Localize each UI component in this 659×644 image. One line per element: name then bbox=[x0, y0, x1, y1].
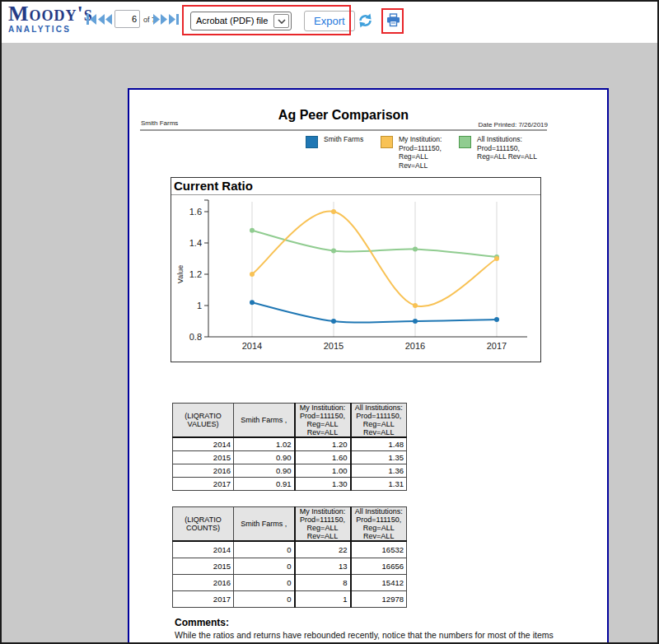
chart-plot-area: 0.811.21.41.6Value2014201520162017 bbox=[171, 195, 540, 360]
header-cell: (LIQRATIO VALUES) bbox=[173, 404, 234, 438]
export-button[interactable]: Export bbox=[304, 11, 355, 31]
select-arrow-box[interactable] bbox=[273, 14, 289, 28]
comments-body: While the ratios and returns have reboun… bbox=[175, 630, 554, 644]
report-viewer-toolbar: Moody's ANALYTICS of 7 Acrobat (PDF bbox=[2, 2, 657, 43]
report-date-printed: Date Printed: 7/26/2019 bbox=[401, 121, 548, 128]
logo-wordmark: Moody's bbox=[8, 4, 93, 24]
table-row: 20150.90 1.601.35 bbox=[173, 450, 407, 464]
table-header-row: (LIQRATIO COUNTS) Smith Farms , My Insti… bbox=[173, 507, 407, 542]
refresh-icon bbox=[358, 13, 373, 28]
legend-item-smith-farms: Smith Farms bbox=[306, 135, 363, 148]
print-icon bbox=[386, 13, 400, 27]
data-point bbox=[331, 249, 336, 254]
table-row: 20150 1316656 bbox=[173, 558, 407, 574]
report-page: Smith Farms Ag Peer Comparison Date Prin… bbox=[128, 88, 609, 644]
legend-swatch-blue bbox=[306, 136, 318, 148]
y-tick-label: 0.8 bbox=[189, 332, 202, 342]
chevron-down-icon bbox=[278, 19, 286, 24]
data-point bbox=[331, 319, 336, 324]
data-point bbox=[413, 247, 418, 252]
first-page-icon bbox=[86, 14, 96, 25]
current-ratio-chart: Current Ratio 0.811.21.41.6Value20142015… bbox=[171, 177, 541, 362]
header-cell: (LIQRATIO COUNTS) bbox=[173, 507, 234, 542]
table-row: 20160.90 1.001.36 bbox=[173, 464, 407, 477]
header-cell: All Institutions: Prod=111150, Reg=ALL R… bbox=[351, 507, 407, 542]
export-format-selected-value: Acrobat (PDF) file bbox=[196, 16, 268, 26]
table-row: 20170 112978 bbox=[173, 590, 407, 607]
moodys-analytics-logo: Moody's ANALYTICS bbox=[8, 4, 93, 34]
y-tick-label: 1 bbox=[197, 301, 202, 310]
export-format-select[interactable]: Acrobat (PDF) file bbox=[190, 12, 292, 30]
liqratio-counts-table: (LIQRATIO COUNTS) Smith Farms , My Insti… bbox=[172, 506, 407, 608]
print-button[interactable] bbox=[386, 13, 400, 30]
previous-page-icon bbox=[98, 14, 113, 25]
y-axis-label: Value bbox=[176, 265, 185, 283]
series-line bbox=[252, 231, 497, 257]
legend-item-my-institution: My Institution: Prod=111150, Reg=ALL Rev… bbox=[381, 135, 442, 170]
chart-title: Current Ratio bbox=[171, 178, 540, 195]
previous-page-button[interactable] bbox=[98, 13, 113, 25]
last-page-icon bbox=[169, 14, 179, 25]
x-tick-label: 2016 bbox=[405, 341, 425, 351]
next-page-icon bbox=[153, 14, 168, 25]
liqratio-values-table: (LIQRATIO VALUES) Smith Farms , My Insti… bbox=[172, 403, 407, 491]
y-tick-label: 1.4 bbox=[189, 238, 202, 248]
table-row: 20141.02 1.201.48 bbox=[173, 437, 407, 450]
y-tick-label: 1.2 bbox=[189, 269, 202, 279]
last-page-button[interactable] bbox=[169, 13, 180, 25]
legend-label: All Institutions: Prod=111150, Reg=ALL R… bbox=[477, 135, 537, 161]
data-point bbox=[494, 317, 499, 322]
comments-section: Comments: While the ratios and returns h… bbox=[175, 617, 554, 644]
first-page-button[interactable] bbox=[86, 13, 97, 25]
data-point bbox=[250, 300, 255, 305]
legend-item-all-institutions: All Institutions: Prod=111150, Reg=ALL R… bbox=[459, 135, 537, 161]
header-cell: Smith Farms , bbox=[234, 507, 295, 542]
legend-swatch-green bbox=[459, 136, 471, 148]
refresh-button[interactable] bbox=[358, 13, 373, 30]
table-row: 20160 815412 bbox=[173, 574, 407, 590]
x-tick-label: 2017 bbox=[487, 341, 507, 351]
header-cell: Smith Farms , bbox=[234, 404, 295, 438]
series-line bbox=[252, 212, 497, 306]
table-header-row: (LIQRATIO VALUES) Smith Farms , My Insti… bbox=[173, 404, 407, 438]
header-cell: All Institutions: Prod=111150, Reg=ALL R… bbox=[351, 404, 407, 438]
next-page-button[interactable] bbox=[153, 13, 168, 25]
comments-heading: Comments: bbox=[175, 617, 554, 628]
legend-label: My Institution: Prod=111150, Reg=ALL Rev… bbox=[399, 135, 442, 170]
data-point bbox=[413, 303, 418, 308]
series-line bbox=[252, 302, 497, 323]
x-tick-label: 2015 bbox=[324, 341, 344, 351]
header-cell: My Institution: Prod=111150, Reg=ALL Rev… bbox=[295, 507, 351, 542]
data-point bbox=[413, 319, 418, 324]
viewer-workspace: Smith Farms Ag Peer Comparison Date Prin… bbox=[2, 43, 657, 642]
table-row: 20140 2216532 bbox=[173, 541, 407, 558]
table-row: 20170.91 1.301.31 bbox=[173, 477, 407, 490]
header-divider bbox=[140, 129, 547, 131]
logo-subtitle: ANALYTICS bbox=[8, 25, 93, 34]
data-point bbox=[250, 272, 255, 277]
x-tick-label: 2014 bbox=[242, 341, 262, 351]
data-point bbox=[494, 256, 499, 261]
legend-label: Smith Farms bbox=[324, 135, 363, 148]
page-number-input[interactable] bbox=[115, 10, 140, 28]
header-cell: My Institution: Prod=111150, Reg=ALL Rev… bbox=[295, 404, 351, 438]
data-point bbox=[250, 228, 255, 233]
y-tick-label: 1.6 bbox=[189, 207, 202, 217]
data-point bbox=[331, 209, 336, 214]
legend-swatch-yellow bbox=[381, 136, 393, 148]
app-window: Moody's ANALYTICS of 7 Acrobat (PDF bbox=[0, 0, 659, 644]
